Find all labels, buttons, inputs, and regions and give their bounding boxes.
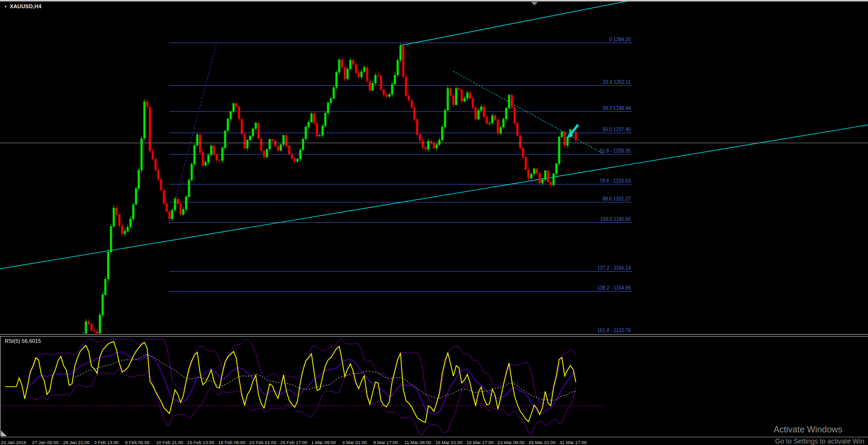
candle-bear: [517, 123, 518, 136]
fib-level-label: 78.6 - 1210.63: [600, 178, 631, 184]
candle-bear: [419, 135, 421, 140]
candle-bull: [321, 126, 323, 136]
time-axis-label: 3 Feb 13:00: [94, 440, 119, 445]
candle-bull: [447, 89, 449, 110]
price-chart-canvas[interactable]: 0 1284.2023.6 1262.1138.2 1248.4450.0 12…: [0, 0, 868, 445]
candle-bull: [269, 139, 271, 149]
time-axis-label: 29 Jan 21:00: [63, 440, 90, 445]
candle-bear: [519, 136, 521, 148]
candle-bull: [364, 67, 365, 72]
candle-bear: [274, 141, 276, 146]
pane-separator-bottom[interactable]: [0, 336, 868, 337]
candle-bull: [124, 231, 126, 234]
candle-bull: [171, 210, 173, 219]
rsi-lower-band: [28, 368, 576, 434]
candle-bear: [18, 390, 20, 397]
time-axis-label: 23 Feb 01:00: [249, 440, 276, 445]
candles-layer: [1, 43, 577, 409]
candle-bull: [330, 98, 332, 103]
candle-bull: [57, 370, 59, 379]
main-pane: 0 1284.2023.6 1262.1138.2 1248.4450.0 12…: [0, 0, 868, 409]
candle-bear: [458, 88, 460, 90]
candle-bull: [210, 146, 212, 155]
candle-bear: [260, 139, 262, 151]
candle-bull: [35, 376, 37, 386]
arrow-marker-icon[interactable]: [567, 124, 579, 138]
candle-bull: [555, 164, 557, 174]
candle-bear: [119, 215, 121, 226]
candle-bull: [310, 114, 312, 122]
candle-bull: [13, 385, 15, 391]
candle-bull: [397, 60, 399, 75]
candle-bull: [54, 379, 56, 384]
candle-bull: [477, 110, 479, 119]
candle-bull: [32, 387, 34, 393]
candle-bull: [508, 95, 510, 108]
dropdown-triangle-icon[interactable]: ▼: [4, 5, 7, 8]
pane-resize-grip[interactable]: [1, 430, 7, 436]
candle-bull: [503, 119, 504, 127]
time-axis-label: 31 Mar 17:00: [560, 440, 587, 445]
candle-bull: [221, 148, 223, 160]
candle-bear: [469, 93, 471, 98]
symbol-label[interactable]: ▼ XAUUSD,H4: [4, 3, 42, 9]
time-axis-label: 10 Feb 21:00: [156, 440, 183, 445]
candle-bull: [4, 401, 6, 404]
candle-bear: [405, 77, 407, 96]
candle-bear: [149, 107, 151, 151]
candle-bull: [324, 113, 326, 126]
candle-bull: [455, 88, 457, 105]
candle-bear: [486, 117, 488, 123]
candle-bull: [335, 72, 337, 88]
candle-bull: [531, 174, 533, 178]
trendline-upper[interactable]: [400, 0, 633, 46]
time-axis-label: 18 Mar 17:00: [467, 440, 494, 445]
candle-bear: [522, 148, 524, 157]
candle-bear: [550, 182, 552, 185]
candle-bull: [500, 127, 502, 134]
candle-bear: [152, 151, 154, 159]
candle-bull: [439, 140, 441, 145]
candle-bull: [105, 279, 107, 294]
candle-bull: [197, 135, 198, 146]
candle-bull: [52, 384, 54, 390]
candle-bull: [391, 84, 393, 94]
candle-bull: [132, 205, 134, 219]
candle-bear: [383, 90, 385, 95]
mt4-chart-window: 0 1284.2023.6 1262.1138.2 1248.4450.0 12…: [0, 0, 868, 445]
fib-diagonal-dashed-line[interactable]: [169, 43, 217, 224]
candle-bull: [327, 103, 329, 113]
candle-bull: [7, 394, 9, 401]
time-axis-label: 25 Feb 17:00: [280, 440, 307, 445]
candle-bear: [241, 119, 243, 134]
candle-bear: [494, 115, 496, 120]
candle-bull: [399, 46, 401, 60]
candle-bear: [177, 199, 179, 204]
candle-bull: [224, 131, 226, 148]
candle-bull: [232, 104, 234, 112]
candle-bear: [313, 114, 315, 123]
rsi-smoothed-line: [28, 352, 576, 414]
candle-bull: [246, 140, 248, 148]
symbol-timeframe-text: XAUUSD,H4: [10, 3, 41, 9]
candle-bear: [146, 102, 148, 107]
candle-bear: [91, 324, 92, 330]
candle-bear: [386, 95, 388, 96]
candle-bull: [566, 137, 568, 145]
candle-bull: [302, 139, 304, 150]
rsi-pane[interactable]: [0, 339, 604, 434]
candle-bull: [464, 98, 466, 101]
candle-bear: [453, 96, 455, 105]
candle-bear: [425, 147, 426, 149]
candle-bull: [338, 60, 340, 72]
candle-bull: [230, 111, 232, 119]
candle-bear: [286, 136, 288, 146]
candle-bull: [488, 123, 490, 123]
time-axis[interactable]: 22 Jan 201627 Jan 05:0029 Jan 21:003 Feb…: [0, 437, 868, 445]
pane-separator-top[interactable]: [0, 334, 868, 335]
candle-bear: [536, 169, 538, 173]
candle-bull: [491, 115, 493, 123]
candle-bear: [408, 96, 410, 101]
time-axis-label: 16 Mar 01:00: [435, 440, 462, 445]
candle-bear: [413, 107, 415, 119]
